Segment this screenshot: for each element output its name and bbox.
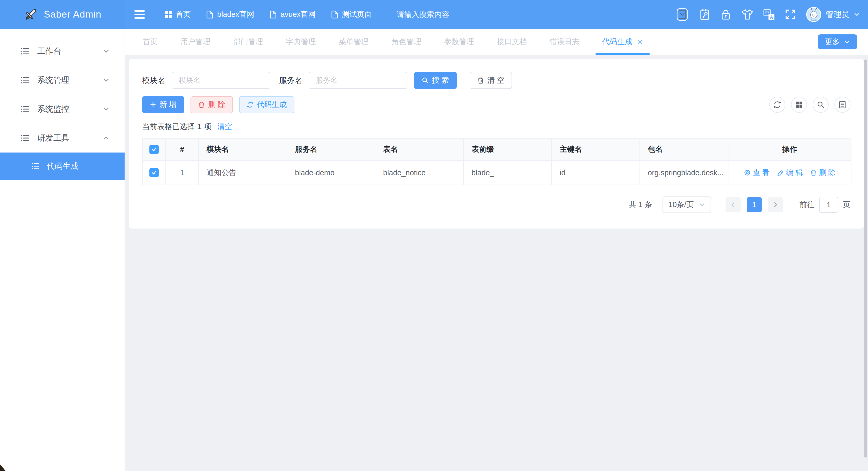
nav-item-home[interactable]: 首页 bbox=[157, 0, 198, 29]
page-size-select[interactable]: 10条/页 bbox=[662, 196, 711, 213]
nav-item-label: avuex官网 bbox=[280, 9, 315, 20]
chevron-down-icon bbox=[844, 39, 850, 45]
data-table: # 模块名 服务名 表名 表前缀 主键名 包名 操作 1 通知公告 blade-… bbox=[142, 138, 850, 185]
svg-text:A: A bbox=[770, 15, 773, 20]
document-icon bbox=[331, 10, 338, 19]
tab-parameter-management[interactable]: 参数管理 bbox=[444, 29, 474, 55]
cell-service: blade-demo bbox=[287, 161, 375, 185]
fullscreen-icon[interactable] bbox=[784, 8, 797, 21]
saber-sword-icon bbox=[23, 7, 38, 22]
delete-button-label: 删 除 bbox=[208, 99, 225, 110]
nav-item-test-page[interactable]: 测试页面 bbox=[323, 0, 380, 29]
select-all-checkbox[interactable] bbox=[149, 145, 159, 154]
tab-dictionary-management[interactable]: 字典管理 bbox=[286, 29, 316, 55]
delete-button[interactable]: 删 除 bbox=[190, 96, 233, 113]
sidebar-item-dev-tools[interactable]: 研发工具 bbox=[0, 124, 125, 153]
add-button-label: 新 增 bbox=[159, 99, 177, 110]
column-header-table: 表名 bbox=[375, 138, 464, 161]
nav-item-bladex[interactable]: bladex官网 bbox=[198, 0, 262, 29]
sidebar-item-system-monitor[interactable]: 系统监控 bbox=[0, 95, 125, 124]
sidebar-item-workbench[interactable]: 工作台 bbox=[0, 37, 125, 66]
search-button[interactable]: 搜 索 bbox=[414, 72, 457, 89]
global-search-input[interactable] bbox=[397, 10, 500, 19]
columns-icon[interactable] bbox=[834, 97, 850, 113]
code-generate-button[interactable]: 代码生成 bbox=[239, 96, 294, 113]
sidebar-item-code-generation[interactable]: 代码生成 bbox=[0, 153, 125, 180]
clear-button[interactable]: 清 空 bbox=[470, 72, 512, 89]
tab-menu-management[interactable]: 菜单管理 bbox=[339, 29, 369, 55]
table-tool-buttons bbox=[769, 97, 850, 113]
tab-user-management[interactable]: 用户管理 bbox=[180, 29, 210, 55]
page-unit-label: 页 bbox=[843, 199, 850, 210]
selection-text: 项 bbox=[204, 122, 212, 132]
sidebar: 工作台 系统管理 系统监控 研发工具 代码生成 bbox=[0, 29, 125, 471]
more-button-label: 更多 bbox=[825, 37, 840, 47]
sidebar-menu: 工作台 系统管理 系统监控 研发工具 代码生成 bbox=[0, 29, 125, 180]
sidebar-item-label: 系统监控 bbox=[37, 104, 69, 115]
tab-code-generation[interactable]: 代码生成 bbox=[602, 29, 643, 55]
nav-item-avuex[interactable]: avuex官网 bbox=[262, 0, 323, 29]
filter-row: 模块名 服务名 搜 索 清 空 bbox=[142, 59, 850, 89]
topbar-right: 中 A bbox=[676, 7, 860, 22]
goto-page-input[interactable] bbox=[819, 197, 838, 213]
vertical-scrollbar[interactable] bbox=[864, 59, 867, 458]
clear-selection-link[interactable]: 清空 bbox=[217, 122, 232, 132]
module-name-input[interactable] bbox=[172, 72, 270, 89]
menu-list-icon bbox=[21, 76, 29, 85]
sidebar-item-label: 工作台 bbox=[37, 46, 61, 57]
refresh-icon[interactable] bbox=[769, 97, 785, 113]
next-page-button[interactable] bbox=[768, 197, 783, 212]
code-generation-panel: 模块名 服务名 搜 索 清 空 新 增 bbox=[129, 59, 864, 228]
translate-icon[interactable]: 中 A bbox=[763, 8, 775, 21]
more-tabs-button[interactable]: 更多 bbox=[818, 34, 857, 50]
sidebar-item-label: 系统管理 bbox=[37, 75, 69, 86]
goto-label: 前往 bbox=[800, 199, 814, 210]
nav-item-label: bladex官网 bbox=[217, 9, 254, 20]
chevron-down-icon bbox=[854, 11, 860, 18]
tab-department-management[interactable]: 部门管理 bbox=[233, 29, 263, 55]
cell-prefix: blade_ bbox=[464, 161, 552, 185]
chevron-down-icon bbox=[103, 106, 110, 113]
prev-page-button[interactable] bbox=[725, 197, 741, 212]
edit-icon bbox=[777, 169, 784, 176]
global-search bbox=[397, 10, 500, 19]
plus-icon bbox=[150, 102, 156, 108]
theme-shirt-icon[interactable] bbox=[741, 8, 753, 21]
sidebar-toggle-icon[interactable] bbox=[134, 9, 145, 20]
tab-role-management[interactable]: 角色管理 bbox=[391, 29, 421, 55]
chevron-down-icon bbox=[699, 201, 705, 208]
add-button[interactable]: 新 增 bbox=[142, 96, 184, 113]
service-name-input[interactable] bbox=[309, 72, 407, 89]
worklog-icon[interactable] bbox=[699, 8, 711, 21]
cell-table: blade_notice bbox=[375, 161, 464, 185]
collapse-box-icon[interactable] bbox=[676, 8, 689, 21]
delete-action[interactable]: 删 除 bbox=[810, 168, 835, 178]
edit-action[interactable]: 编 辑 bbox=[777, 168, 803, 178]
pagination: 共 1 条 10条/页 1 前往 页 bbox=[142, 196, 850, 213]
table-header-row: # 模块名 服务名 表名 表前缀 主键名 包名 操作 bbox=[143, 138, 850, 161]
cell-module: 通知公告 bbox=[199, 161, 287, 185]
tab-home[interactable]: 首页 bbox=[143, 29, 158, 55]
search-icon[interactable] bbox=[813, 97, 829, 113]
view-action-label: 查 看 bbox=[753, 168, 770, 178]
cell-index: 1 bbox=[166, 161, 199, 185]
tab-api-docs[interactable]: 接口文档 bbox=[497, 29, 527, 55]
row-actions: 查 看 编 辑 删 除 bbox=[744, 168, 835, 178]
view-action[interactable]: 查 看 bbox=[744, 168, 770, 178]
menu-list-icon bbox=[21, 134, 29, 143]
user-name: 管理员 bbox=[826, 9, 849, 20]
sidebar-item-label: 研发工具 bbox=[37, 133, 69, 144]
delete-action-label: 删 除 bbox=[819, 168, 835, 178]
chevron-down-icon bbox=[103, 48, 110, 55]
sidebar-item-label: 代码生成 bbox=[46, 161, 79, 171]
user-menu[interactable]: 管理员 bbox=[806, 7, 860, 22]
row-checkbox[interactable] bbox=[149, 168, 159, 177]
grid-icon[interactable] bbox=[791, 97, 807, 113]
page-number-1[interactable]: 1 bbox=[747, 197, 762, 212]
lock-icon[interactable] bbox=[720, 8, 732, 21]
sidebar-item-system-management[interactable]: 系统管理 bbox=[0, 66, 125, 95]
close-icon[interactable] bbox=[638, 39, 643, 45]
corner-artifact bbox=[0, 464, 6, 471]
tab-error-log[interactable]: 错误日志 bbox=[550, 29, 580, 55]
trash-icon bbox=[810, 169, 816, 176]
